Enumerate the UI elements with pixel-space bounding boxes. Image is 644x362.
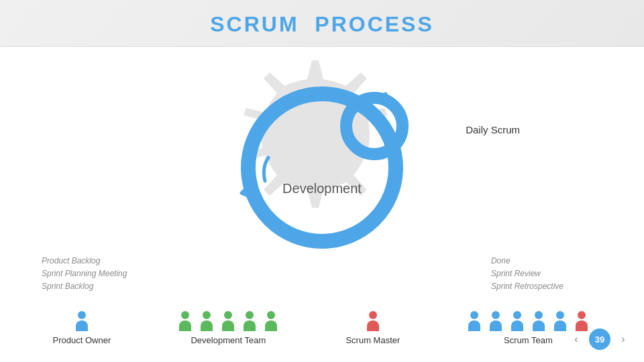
role-icons-product-owner: [72, 311, 91, 333]
person-icon-scrum-team-2: [508, 311, 527, 333]
label-sprint-retrospective: Sprint Retrospective: [491, 280, 564, 293]
person-icon-development-team-4: [262, 311, 280, 333]
person-icon-product-owner-0: [72, 311, 91, 333]
title-black: SCRUM: [210, 12, 299, 36]
role-label-product-owner: Product Owner: [53, 335, 111, 347]
label-product-backlog: Product Backlog: [42, 255, 127, 267]
daily-scrum-label: Daily Scrum: [466, 124, 520, 135]
label-sprint-review: Sprint Review: [491, 267, 564, 280]
prev-button[interactable]: ‹: [569, 332, 584, 347]
footer-nav: ‹ 39 ›: [569, 328, 631, 350]
person-icon-development-team-0: [176, 311, 195, 333]
label-sprint-planning: Sprint Planning Meeting: [42, 267, 127, 280]
next-button[interactable]: ›: [616, 332, 631, 347]
page-number: 39: [589, 328, 610, 350]
role-label-scrum-team: Scrum Team: [504, 335, 553, 347]
role-group-scrum-master: Scrum Master: [345, 311, 400, 347]
person-icon-development-team-3: [240, 311, 259, 333]
left-labels: Product Backlog Sprint Planning Meeting …: [42, 255, 127, 294]
role-label-development-team: Development Team: [191, 335, 266, 347]
person-icon-scrum-team-3: [529, 311, 548, 333]
label-done: Done: [491, 255, 564, 267]
gear-diagram: [208, 54, 436, 282]
main-content: Development Daily Scrum Product Backlog …: [0, 47, 644, 355]
role-icons-development-team: [176, 311, 280, 333]
page-title: SCRUM PROCESS: [0, 12, 644, 37]
role-icons-scrum-master: [364, 311, 382, 333]
person-icon-scrum-team-4: [551, 311, 570, 333]
role-label-scrum-master: Scrum Master: [345, 335, 400, 347]
role-group-product-owner: Product Owner: [53, 311, 111, 347]
person-icon-development-team-2: [219, 311, 237, 333]
person-icon-scrum-master-0: [364, 311, 382, 333]
label-sprint-backlog: Sprint Backlog: [42, 280, 127, 293]
title-blue: PROCESS: [315, 12, 433, 36]
person-icon-scrum-team-0: [465, 311, 484, 333]
person-icon-scrum-team-1: [486, 311, 505, 333]
roles-section: Product OwnerDevelopment TeamScrum Maste…: [0, 311, 644, 350]
header: SCRUM PROCESS: [0, 0, 644, 47]
person-icon-development-team-1: [197, 311, 216, 333]
role-group-development-team: Development Team: [176, 311, 280, 347]
right-labels: Done Sprint Review Sprint Retrospective: [491, 255, 564, 294]
